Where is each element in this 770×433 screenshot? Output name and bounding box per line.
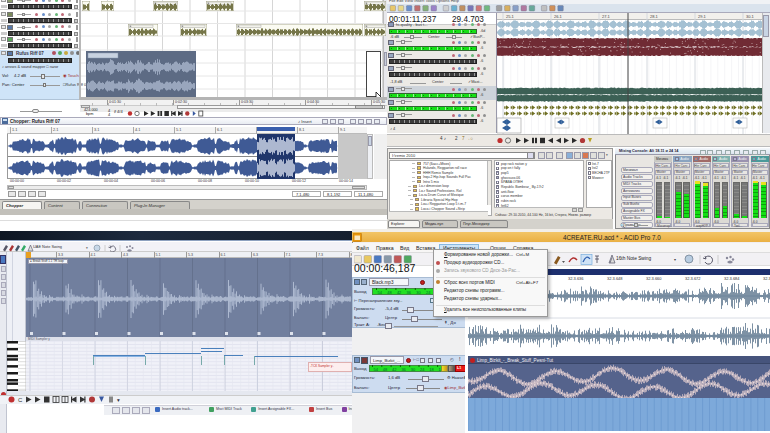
svg-text:48: 48 bbox=[383, 366, 388, 371]
svg-text:26.1: 26.1 bbox=[554, 14, 563, 19]
svg-text:27.1: 27.1 bbox=[602, 14, 611, 19]
svg-text:▾: ▾ bbox=[117, 397, 120, 403]
svg-text:25.1: 25.1 bbox=[506, 14, 515, 19]
svg-text:18: 18 bbox=[429, 366, 434, 371]
svg-text:29.1: 29.1 bbox=[698, 14, 707, 19]
svg-text:24: 24 bbox=[420, 366, 425, 371]
svg-text:36: 36 bbox=[407, 289, 412, 294]
svg-text:C: C bbox=[18, 397, 23, 403]
svg-text:54: 54 bbox=[374, 366, 379, 371]
svg-text:36: 36 bbox=[401, 366, 406, 371]
svg-text:30: 30 bbox=[416, 289, 421, 294]
svg-text:54: 54 bbox=[378, 289, 383, 294]
svg-text:28.1: 28.1 bbox=[650, 14, 659, 19]
svg-text:42: 42 bbox=[397, 289, 402, 294]
svg-text:30.1: 30.1 bbox=[746, 14, 755, 19]
svg-text:48: 48 bbox=[387, 289, 392, 294]
svg-text:30: 30 bbox=[411, 366, 416, 371]
svg-text:42: 42 bbox=[392, 366, 397, 371]
svg-text:24: 24 bbox=[426, 289, 431, 294]
